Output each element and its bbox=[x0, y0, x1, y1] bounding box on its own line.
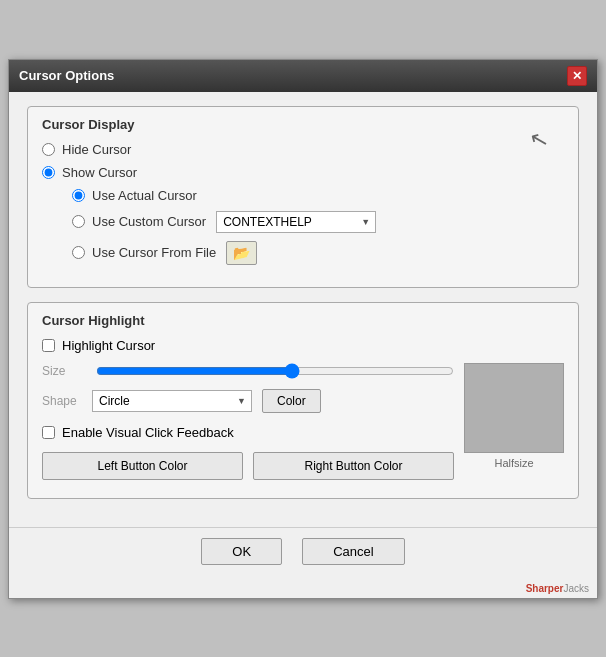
cursor-highlight-section: Cursor Highlight Highlight Cursor Size S… bbox=[27, 302, 579, 499]
ok-button[interactable]: OK bbox=[201, 538, 282, 565]
use-file-label[interactable]: Use Cursor From File bbox=[92, 245, 216, 260]
size-label: Size bbox=[42, 364, 92, 378]
custom-cursor-dropdown-wrapper: CONTEXTHELP ARROW CROSSHAIR HAND IBEAM S… bbox=[216, 211, 376, 233]
highlight-cursor-row: Highlight Cursor bbox=[42, 338, 564, 353]
shape-row: Shape Circle Square Diamond Color bbox=[42, 389, 454, 413]
hide-cursor-label[interactable]: Hide Cursor bbox=[62, 142, 131, 157]
show-cursor-radio[interactable] bbox=[42, 166, 55, 179]
hide-cursor-radio[interactable] bbox=[42, 143, 55, 156]
size-slider[interactable] bbox=[96, 363, 454, 379]
halfsize-label: Halfsize bbox=[494, 457, 533, 469]
visual-click-checkbox[interactable] bbox=[42, 426, 55, 439]
cursor-display-title: Cursor Display bbox=[42, 117, 564, 132]
use-actual-label[interactable]: Use Actual Cursor bbox=[92, 188, 197, 203]
custom-cursor-select-wrapper: CONTEXTHELP ARROW CROSSHAIR HAND IBEAM S… bbox=[216, 211, 376, 233]
show-cursor-label[interactable]: Show Cursor bbox=[62, 165, 137, 180]
color-button[interactable]: Color bbox=[262, 389, 321, 413]
highlight-cursor-checkbox[interactable] bbox=[42, 339, 55, 352]
branding: SharperJacks bbox=[9, 581, 597, 598]
cursor-display-section: Cursor Display ↖ Hide Cursor Show Cursor… bbox=[27, 106, 579, 288]
hide-cursor-row: Hide Cursor bbox=[42, 142, 564, 157]
sub-options: Use Actual Cursor Use Custom Cursor CONT… bbox=[72, 188, 564, 265]
shape-label: Shape bbox=[42, 394, 92, 408]
use-actual-row: Use Actual Cursor bbox=[72, 188, 564, 203]
custom-cursor-select[interactable]: CONTEXTHELP ARROW CROSSHAIR HAND IBEAM S… bbox=[216, 211, 376, 233]
shape-select-wrapper: Circle Square Diamond bbox=[92, 390, 252, 412]
show-cursor-row: Show Cursor bbox=[42, 165, 564, 180]
shape-select[interactable]: Circle Square Diamond bbox=[92, 390, 252, 412]
cursor-preview-box bbox=[464, 363, 564, 453]
footer: OK Cancel bbox=[9, 527, 597, 581]
highlight-body: Size Shape Circle Square Diamond Col bbox=[42, 363, 564, 484]
branding-part1: Sharper bbox=[526, 583, 564, 594]
visual-click-label[interactable]: Enable Visual Click Feedback bbox=[62, 425, 234, 440]
cursor-highlight-title: Cursor Highlight bbox=[42, 313, 564, 328]
right-button-color-button[interactable]: Right Button Color bbox=[253, 452, 454, 480]
left-button-color-button[interactable]: Left Button Color bbox=[42, 452, 243, 480]
use-actual-radio[interactable] bbox=[72, 189, 85, 202]
branding-part2: Jacks bbox=[563, 583, 589, 594]
use-file-radio[interactable] bbox=[72, 246, 85, 259]
use-file-row: Use Cursor From File 📂 bbox=[72, 241, 564, 265]
cursor-options-window: Cursor Options ✕ Cursor Display ↖ Hide C… bbox=[8, 59, 598, 599]
window-title: Cursor Options bbox=[19, 68, 114, 83]
use-custom-row: Use Custom Cursor CONTEXTHELP ARROW CROS… bbox=[72, 211, 564, 233]
size-row: Size bbox=[42, 363, 454, 379]
button-color-row: Left Button Color Right Button Color bbox=[42, 452, 454, 480]
cancel-button[interactable]: Cancel bbox=[302, 538, 404, 565]
browse-file-button[interactable]: 📂 bbox=[226, 241, 257, 265]
titlebar: Cursor Options ✕ bbox=[9, 60, 597, 92]
use-custom-label[interactable]: Use Custom Cursor bbox=[92, 214, 206, 229]
close-button[interactable]: ✕ bbox=[567, 66, 587, 86]
highlight-controls: Size Shape Circle Square Diamond Col bbox=[42, 363, 454, 484]
visual-click-row: Enable Visual Click Feedback bbox=[42, 425, 454, 440]
use-custom-radio[interactable] bbox=[72, 215, 85, 228]
highlight-cursor-label[interactable]: Highlight Cursor bbox=[62, 338, 155, 353]
preview-area: Halfsize bbox=[464, 363, 564, 484]
